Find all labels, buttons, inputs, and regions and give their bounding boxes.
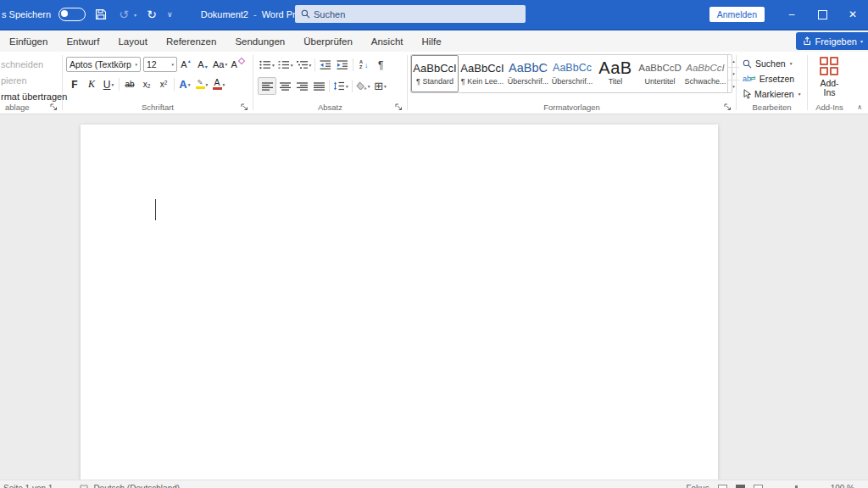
superscript-button[interactable]: x2: [155, 75, 172, 93]
font-dialog-launcher-icon[interactable]: [241, 103, 249, 112]
italic-button[interactable]: K: [83, 75, 100, 93]
signin-button[interactable]: Anmelden: [709, 7, 765, 22]
addins-button[interactable]: Add-Ins: [820, 57, 840, 97]
font-group: Aptos (Textkörp ▾ 12 ▾ A ▴ A ▾ Aa ▾: [63, 52, 253, 114]
zoom-level[interactable]: 100 %: [831, 485, 854, 488]
styles-dialog-launcher-icon[interactable]: [724, 103, 732, 112]
redo-icon[interactable]: ↻: [144, 6, 159, 23]
save-icon[interactable]: [93, 6, 108, 23]
minimize-button[interactable]: –: [776, 0, 807, 29]
language-status[interactable]: Deutsch (Deutschland): [93, 485, 180, 488]
font-color-bar: [213, 87, 222, 91]
highlight-color-button[interactable]: ✎ ▾: [193, 75, 210, 93]
bold-button[interactable]: F: [66, 75, 83, 93]
sort-button[interactable]: AZ ↓: [355, 56, 372, 74]
search-box[interactable]: Suchen: [295, 5, 526, 23]
font-name-value: Aptos (Textkörp: [70, 59, 131, 69]
bullet-list-icon: [259, 60, 271, 69]
caret-up-icon: ▴: [188, 58, 191, 64]
find-button[interactable]: Suchen ▾: [743, 56, 807, 71]
style-label: ¶ Kein Lee...: [461, 77, 504, 86]
autosave-toggle[interactable]: [58, 8, 86, 21]
show-paragraph-marks-button[interactable]: ¶: [372, 56, 389, 74]
read-mode-button[interactable]: [718, 485, 727, 488]
text-effects-button[interactable]: A ▾: [176, 75, 193, 93]
divider: [174, 78, 175, 91]
maximize-button[interactable]: [807, 0, 837, 29]
subscript-button[interactable]: x2: [138, 75, 155, 93]
tab-ansicht[interactable]: Ansicht: [362, 30, 413, 52]
select-button[interactable]: Markieren ▾: [743, 86, 807, 102]
proofing-book-icon[interactable]: [80, 485, 88, 488]
focus-mode-button[interactable]: Fokus: [686, 485, 709, 488]
chevron-down-icon: ▾: [171, 62, 174, 67]
font-size-combo[interactable]: 12 ▾: [143, 57, 177, 72]
multilevel-list-button[interactable]: ▾: [295, 56, 314, 74]
numbering-button[interactable]: ▾: [276, 56, 295, 74]
font-name-combo[interactable]: Aptos (Textkörp ▾: [66, 57, 141, 72]
tab-referenzen[interactable]: Referenzen: [157, 30, 225, 52]
tab-sendungen[interactable]: Sendungen: [225, 30, 294, 52]
pilcrow-icon: ¶: [378, 59, 383, 71]
search-icon: [743, 59, 752, 69]
style-kein-leerraum[interactable]: AaBbCcI ¶ Kein Lee...: [459, 55, 506, 92]
sort-letter-z: Z: [359, 65, 363, 70]
borders-button[interactable]: ⊞ ▾: [372, 77, 389, 95]
style-titel[interactable]: AaB Titel: [594, 55, 637, 92]
numbered-list-icon: [278, 60, 290, 69]
increase-indent-button[interactable]: [334, 56, 351, 74]
style-ueberschrift-1[interactable]: AaBbC Überschrif...: [506, 55, 550, 92]
paragraph-dialog-launcher-icon[interactable]: [395, 103, 403, 112]
page-count-status[interactable]: Seite 1 von 1: [3, 485, 53, 488]
document-page[interactable]: [81, 125, 718, 480]
style-untertitel[interactable]: AaBbCcD Untertitel: [637, 55, 683, 92]
chevron-down-icon: ▾: [291, 63, 293, 68]
bullets-button[interactable]: ▾: [258, 56, 276, 74]
tab-hilfe[interactable]: Hilfe: [413, 30, 451, 52]
cut-button[interactable]: schneiden: [0, 56, 62, 72]
divider: [119, 78, 120, 91]
style-ueberschrift-2[interactable]: AaBbCc Überschrif...: [550, 55, 594, 92]
customize-toolbar-icon[interactable]: ∨: [167, 10, 173, 19]
align-left-button[interactable]: [258, 77, 276, 95]
undo-dropdown-icon[interactable]: ▾: [134, 12, 136, 18]
shading-button[interactable]: ▾: [354, 77, 372, 95]
underline-button[interactable]: U ▾: [100, 75, 117, 93]
undo-icon[interactable]: ↺: [116, 6, 131, 23]
styles-gallery: AaBbCcI ¶ Standard AaBbCcI ¶ Kein Lee...…: [410, 54, 732, 93]
replace-button[interactable]: ab⇄ Ersetzen: [743, 71, 807, 86]
style-standard[interactable]: AaBbCcI ¶ Standard: [411, 55, 459, 92]
indent-icon: [337, 60, 348, 69]
decrease-indent-button[interactable]: [317, 56, 334, 74]
tab-entwurf[interactable]: Entwurf: [57, 30, 108, 52]
collapse-ribbon-icon[interactable]: ∧: [857, 103, 862, 111]
align-right-button[interactable]: [293, 77, 310, 95]
strikethrough-button[interactable]: ab: [121, 75, 138, 93]
align-center-button[interactable]: [276, 77, 293, 95]
font-color-button[interactable]: A ▾: [210, 75, 227, 93]
align-right-icon: [297, 82, 308, 91]
close-button[interactable]: ✕: [837, 0, 868, 29]
highlighter-pen-icon: ✎: [198, 80, 203, 86]
style-schwache-hervorhebung[interactable]: AaBbCcI Schwache...: [683, 55, 727, 92]
line-spacing-button[interactable]: ▾: [331, 77, 350, 95]
share-dropdown-icon: ▾: [860, 38, 863, 44]
tab-ueberpruefen[interactable]: Überprüfen: [294, 30, 362, 52]
shrink-font-button[interactable]: A ▾: [194, 55, 211, 73]
tab-einfuegen[interactable]: Einfügen: [0, 30, 57, 52]
titlebar-controls: Anmelden – ✕: [709, 0, 868, 29]
web-layout-button[interactable]: [754, 485, 763, 488]
grow-font-letter: A: [181, 59, 186, 69]
addins-group: Add-Ins Add-Ins: [808, 52, 851, 114]
document-name: Dokument2: [201, 9, 248, 19]
document-area: [0, 114, 868, 480]
print-layout-button[interactable]: [736, 485, 745, 488]
clear-formatting-button[interactable]: A: [229, 55, 246, 73]
share-button[interactable]: Freigeben ▾: [796, 32, 868, 50]
tab-layout[interactable]: Layout: [108, 30, 157, 52]
change-case-button[interactable]: Aa ▾: [211, 55, 229, 73]
clipboard-dialog-launcher-icon[interactable]: [50, 103, 58, 112]
grow-font-button[interactable]: A ▴: [177, 55, 194, 73]
copy-button[interactable]: pieren: [0, 72, 62, 88]
justify-button[interactable]: [310, 77, 327, 95]
